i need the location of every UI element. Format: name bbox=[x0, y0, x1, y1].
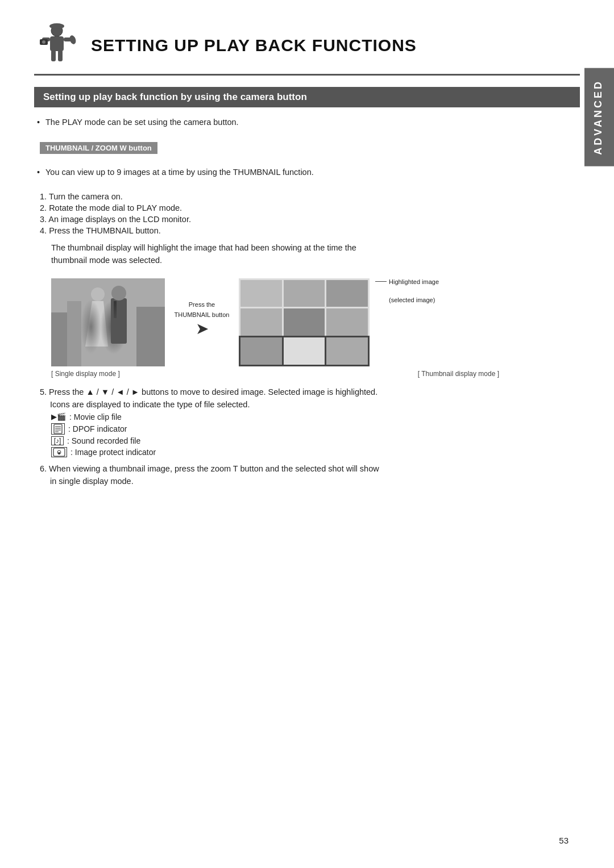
diagram-labels: [ Single display mode ] [ Thumbnail disp… bbox=[51, 370, 563, 378]
svg-rect-11 bbox=[51, 312, 68, 366]
arrow-section: Press the THUMBNAIL button ➤ bbox=[165, 278, 239, 338]
step4-detail: The thumbnail display will highlight the… bbox=[34, 242, 580, 267]
protect-icon bbox=[51, 447, 67, 457]
thumbnail-grid bbox=[239, 278, 370, 366]
thumbnail-bullet: You can view up to 9 images at a time by… bbox=[34, 168, 580, 177]
diagram-annotations: Highlighted image (selected image) bbox=[370, 278, 439, 315]
single-display-image bbox=[51, 278, 165, 366]
thumb-cell-2 bbox=[284, 280, 325, 307]
svg-rect-19 bbox=[54, 424, 62, 433]
svg-rect-7 bbox=[51, 50, 56, 61]
arrow-icon: ➤ bbox=[196, 319, 209, 338]
svg-rect-2 bbox=[50, 36, 64, 51]
dpof-label: : DPOF indicator bbox=[68, 424, 127, 433]
header: SETTING UP PLAY BACK FUNCTIONS bbox=[34, 23, 580, 76]
icons-list: ▶🎬 : Movie clip file : DPOF indicator [♪… bbox=[34, 412, 580, 457]
svg-rect-10 bbox=[51, 278, 165, 366]
page-title: SETTING UP PLAY BACK FUNCTIONS bbox=[91, 36, 417, 55]
arrow-label-thumbnail: THUMBNAIL button bbox=[175, 311, 230, 318]
advanced-sidebar: ADVANCED bbox=[584, 68, 614, 166]
svg-rect-14 bbox=[111, 298, 127, 344]
sound-label: : Sound recorded file bbox=[67, 436, 140, 445]
single-display-label: [ Single display mode ] bbox=[51, 370, 120, 378]
thumb-cell-6 bbox=[326, 308, 368, 336]
svg-point-17 bbox=[91, 287, 105, 301]
camera-person-icon bbox=[34, 23, 80, 68]
svg-rect-12 bbox=[67, 301, 81, 366]
svg-marker-16 bbox=[85, 301, 108, 347]
step-2: 2. Rotate the mode dial to PLAY mode. bbox=[40, 203, 580, 212]
step-1: 1. Turn the camera on. bbox=[40, 192, 580, 201]
highlighted-annotation: Highlighted image bbox=[375, 278, 439, 285]
movie-icon: ▶🎬 bbox=[51, 412, 66, 421]
page-number: 53 bbox=[559, 836, 569, 845]
wedding-photo bbox=[51, 278, 165, 366]
step-4: 4. Press the THUMBNAIL button. bbox=[40, 226, 580, 235]
thumbnail-label-badge: THUMBNAIL / ZOOM W button bbox=[40, 142, 157, 154]
icon-protect: : Image protect indicator bbox=[51, 447, 580, 457]
step5-indent: Icons are displayed to indicate the type… bbox=[34, 400, 580, 409]
svg-point-6 bbox=[42, 40, 45, 44]
single-display-area bbox=[51, 278, 165, 366]
selected-annotation: (selected image) bbox=[375, 297, 439, 303]
icon-dpof: : DPOF indicator bbox=[51, 423, 580, 435]
step6-main: 6. When viewing a thumbnail image, press… bbox=[34, 464, 580, 473]
step6-indent: in single display mode. bbox=[34, 477, 580, 486]
svg-point-1 bbox=[49, 23, 64, 29]
numbered-steps: 1. Turn the camera on. 2. Rotate the mod… bbox=[34, 192, 580, 235]
thumb-cell-9 bbox=[326, 337, 368, 365]
intro-bullet: The PLAY mode can be set using the camer… bbox=[34, 118, 580, 127]
diagram-area: Press the THUMBNAIL button ➤ bbox=[51, 278, 580, 366]
dpof-icon bbox=[51, 423, 65, 435]
page-container: ADVANCED SETTING UP PLAY BACK FUNCTIONS bbox=[0, 0, 614, 868]
movie-label: : Movie clip file bbox=[69, 412, 122, 422]
icon-movie: ▶🎬 : Movie clip file bbox=[51, 412, 580, 422]
thumb-cell-3 bbox=[326, 280, 368, 307]
thumb-cell-5 bbox=[284, 308, 325, 336]
thumb-cell-7 bbox=[240, 337, 282, 365]
sound-icon: [♪] bbox=[51, 436, 64, 445]
thumb-cell-4 bbox=[240, 308, 282, 336]
thumbnail-display-label: [ Thumbnail display mode ] bbox=[418, 370, 499, 378]
svg-rect-26 bbox=[59, 452, 60, 454]
svg-rect-18 bbox=[114, 301, 117, 318]
section-heading: Setting up play back function by using t… bbox=[34, 87, 580, 107]
icon-sound: [♪] : Sound recorded file bbox=[51, 436, 580, 445]
svg-point-15 bbox=[111, 286, 126, 301]
svg-rect-8 bbox=[58, 50, 63, 61]
step5-main: 5. Press the ▲ / ▼ / ◄ / ► buttons to mo… bbox=[34, 387, 580, 397]
thumb-cell-1 bbox=[240, 280, 282, 307]
protect-label: : Image protect indicator bbox=[70, 448, 156, 457]
svg-rect-13 bbox=[136, 307, 165, 366]
arrow-label-press: Press the bbox=[189, 301, 215, 308]
step-3: 3. An image displays on the LCD monitor. bbox=[40, 215, 580, 224]
thumbnail-display-area: Highlighted image (selected image) bbox=[239, 278, 439, 366]
thumb-cell-8 bbox=[284, 337, 325, 365]
